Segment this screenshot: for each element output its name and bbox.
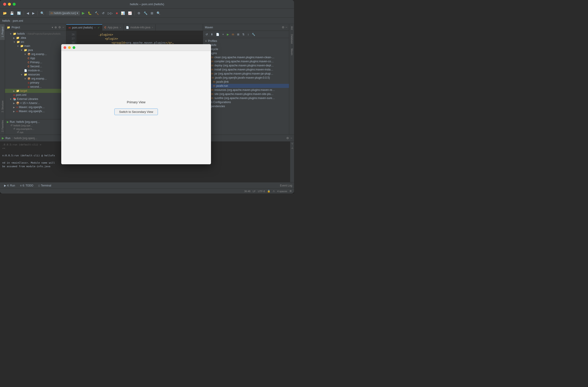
maven-wrench-btn[interactable]: 🔧 xyxy=(251,32,256,37)
maven-item-plugins[interactable]: ▼ Plugins xyxy=(203,51,289,55)
maven-item-site[interactable]: ▶ m site (org.apache.maven.plugins:maven… xyxy=(203,92,289,96)
debug-btn[interactable]: 🐛 xyxy=(87,11,93,16)
maven-minimize-btn[interactable]: − xyxy=(285,26,287,29)
sync-btn[interactable]: 🔄 xyxy=(16,11,22,16)
maven-lifecycle-btn[interactable]: ⊞ xyxy=(236,32,240,37)
console-minimize-btn[interactable]: − xyxy=(290,136,292,140)
javafx-min-btn[interactable] xyxy=(68,46,71,49)
maven-m-btn[interactable]: m xyxy=(231,32,235,37)
stop-btn[interactable]: ■ xyxy=(115,11,119,16)
tree-item-primary-res[interactable]: ⊞ primary xyxy=(5,81,66,85)
status-line-ending[interactable]: LF xyxy=(253,190,256,193)
find-btn[interactable]: 🔍 xyxy=(155,11,162,16)
forward-btn[interactable]: ▶ xyxy=(31,11,36,16)
maven-item-javafxrun[interactable]: m javafx:run xyxy=(203,84,289,88)
maven-item-clean[interactable]: ▶ m clean (org.apache.maven.plugins:mave… xyxy=(203,55,289,59)
minimize-button[interactable] xyxy=(8,3,11,6)
breadcrumb-hellofx[interactable]: hellofx xyxy=(2,19,10,22)
close-button[interactable] xyxy=(3,3,6,6)
javafx-close-btn[interactable] xyxy=(63,46,66,49)
settings-btn[interactable]: ⚙ xyxy=(136,11,142,16)
scroll-top-btn[interactable]: ⊤ xyxy=(291,142,293,146)
javafx-max-btn[interactable] xyxy=(73,46,75,49)
save-btn[interactable]: 💾 xyxy=(9,11,15,16)
status-encoding[interactable]: UTF-8 xyxy=(258,190,265,193)
sync-project-btn[interactable]: ⊕ xyxy=(54,26,57,29)
tools-btn[interactable]: 🔧 xyxy=(143,11,148,16)
tab-pomxml-close[interactable]: × xyxy=(94,26,96,29)
tree-item-jdk[interactable]: ▶ 📦 < 15 > /Users/… xyxy=(5,101,66,105)
run-tree-2[interactable]: org.example:h… xyxy=(16,128,35,130)
maven-right-tab[interactable]: Maven xyxy=(289,46,294,58)
maven-item-resources[interactable]: ▶ m resources (org.apache.maven.plugins:… xyxy=(203,88,289,92)
coverage-btn[interactable]: 📊 xyxy=(120,11,126,16)
maven-item-hellofx[interactable]: hellofx xyxy=(203,43,289,47)
build-btn[interactable]: 🔨 xyxy=(94,11,100,16)
status-position[interactable]: 36:48 xyxy=(244,190,251,193)
run-tree-1[interactable]: hellofx [org.ope… xyxy=(13,124,33,127)
tree-item-primary[interactable]: C Primary… xyxy=(5,60,66,64)
tree-item-target[interactable]: ▶ 📁 target xyxy=(5,89,66,93)
run-tab[interactable]: ▶ 4: Run xyxy=(2,183,17,188)
tree-item-maven-openjfx2[interactable]: ▶ m Maven: org.openjfx… xyxy=(5,109,66,113)
maven-item-jar[interactable]: ▶ m jar (org.apache.maven.plugins:maven-… xyxy=(203,72,289,76)
project-panel-arrow[interactable]: ▾ xyxy=(52,26,53,29)
tab-pomxml[interactable]: m pom.xml (hellofx) × ✓ xyxy=(66,24,102,31)
status-settings-icon[interactable]: ⚙ xyxy=(290,190,292,193)
event-log-btn[interactable]: Event Log xyxy=(280,184,292,187)
console-settings-btn[interactable]: ⚙ xyxy=(286,136,289,140)
breadcrumb-pomxml[interactable]: pom.xml xyxy=(13,19,23,22)
maven-settings-btn[interactable]: ⚙ xyxy=(282,26,284,29)
tab-appjava-close[interactable]: × xyxy=(120,26,121,29)
scroll-bottom-btn[interactable]: ⊥ xyxy=(291,146,293,149)
maven-toggle1-btn[interactable]: ⇅ xyxy=(241,32,246,37)
maven-item-jlink[interactable]: m javafx:jlink xyxy=(203,80,289,84)
more-run-btn[interactable]: ▷▷ xyxy=(107,11,114,16)
maximize-button[interactable] xyxy=(13,3,16,6)
tree-item-idea[interactable]: ▶ 📁 .idea xyxy=(5,36,66,40)
tree-item-root[interactable]: ▼ 📁 hellofx ~/IdeaProjects/Samples/hello… xyxy=(5,32,66,36)
tree-item-java[interactable]: ▼ 📁 java xyxy=(5,48,66,52)
maven-item-compiler[interactable]: ▶ m compiler (org.apache.maven.plugins:m… xyxy=(203,59,289,63)
tree-item-secondary[interactable]: C Second… xyxy=(5,64,66,68)
terminal-tab[interactable]: □ Terminal xyxy=(36,183,54,188)
structure-tab[interactable]: 2: Structure xyxy=(0,98,5,115)
back-btn[interactable]: ◀ xyxy=(25,11,30,16)
maven-refresh-btn[interactable]: ↺ xyxy=(204,32,209,37)
profile-btn[interactable]: 📈 xyxy=(127,11,133,16)
tree-item-orgexamp[interactable]: ▼ 📦 org.examp… xyxy=(5,52,66,56)
tree-item-maven-openjfx1[interactable]: ▶ m Maven: org.openjfx… xyxy=(5,105,66,109)
search-btn[interactable]: 🔍 xyxy=(39,11,45,16)
tree-item-main[interactable]: ▼ 📁 main xyxy=(5,44,66,48)
maven-item-profiles[interactable]: ▼ Profiles xyxy=(203,39,289,43)
run-config-dropdown[interactable]: m hellofx [javafx:run] ▾ xyxy=(49,11,80,15)
tree-item-moduleinfo[interactable]: 📄 module-in… xyxy=(5,68,66,73)
maven-toggle2-btn[interactable]: ↕ xyxy=(246,32,250,37)
tree-item-pomxml[interactable]: m pom.xml xyxy=(5,93,66,97)
project-tab[interactable]: 1: Project xyxy=(0,24,5,40)
layout-btn[interactable]: ⊞ xyxy=(149,11,154,16)
maven-download-docs-btn[interactable]: 📄 xyxy=(215,32,220,37)
collapse-btn[interactable]: − xyxy=(63,26,64,29)
todo-tab[interactable]: ≡ 6: TODO xyxy=(18,183,36,188)
maven-item-surefire[interactable]: ▶ m surefire (org.apache.maven.plugins:m… xyxy=(203,96,289,100)
tree-item-ext-libs[interactable]: ▼ 📚 External Libraries xyxy=(5,97,66,101)
run-tree-3[interactable]: run xyxy=(20,131,23,134)
tab-appjava[interactable]: C App.java × xyxy=(102,24,124,31)
switch-to-secondary-button[interactable]: Switch to Secondary View xyxy=(114,109,158,115)
maven-item-install[interactable]: ▶ m install (org.apache.maven.plugins:ma… xyxy=(203,68,289,72)
maven-item-dependencies[interactable]: ▶ Dependencies xyxy=(203,104,289,108)
tree-item-res-orgexamp[interactable]: ▼ 📦 org.examp… xyxy=(5,77,66,81)
maven-item-deploy[interactable]: ▶ m deploy (org.apache.maven.plugins:mav… xyxy=(203,63,289,68)
status-indent[interactable]: 4 spaces xyxy=(277,190,287,193)
reload-btn[interactable]: ↺ xyxy=(101,11,106,16)
run-button[interactable]: ▶ xyxy=(81,10,86,16)
ant-tab[interactable]: Ant xyxy=(289,24,294,32)
maven-item-runconfigs[interactable]: ▶ Run Configurations xyxy=(203,100,289,104)
tree-item-resources[interactable]: ▼ 📁 resources xyxy=(5,73,66,77)
maven-add-btn[interactable]: + xyxy=(221,32,225,37)
tree-item-app[interactable]: C App xyxy=(5,56,66,60)
database-tab[interactable]: Database xyxy=(289,32,294,46)
tab-moduleinfo[interactable]: 📄 module-info.java × xyxy=(124,24,156,31)
filter-btn[interactable]: ⚙ xyxy=(58,26,61,29)
